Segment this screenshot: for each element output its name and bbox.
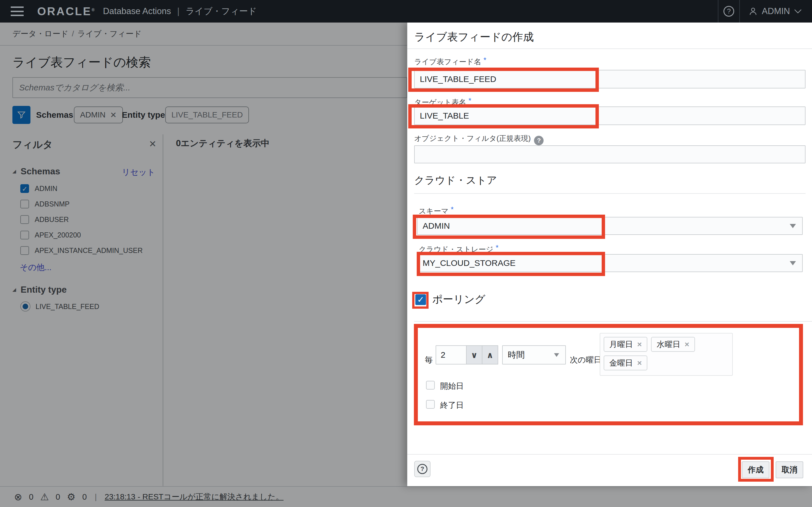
end-date-checkbox[interactable]: [426, 400, 435, 409]
days-chip-container: 月曜日× 水曜日× 金曜日×: [600, 333, 733, 376]
polling-checkbox-checked[interactable]: ✓: [415, 294, 426, 305]
user-name: ADMIN: [762, 6, 790, 16]
chevron-down-icon: [794, 9, 802, 14]
dropdown-caret-icon: [790, 261, 796, 265]
interval-number-input[interactable]: [436, 345, 467, 364]
target-table-label: ターゲット表名*: [414, 96, 471, 107]
oracle-logo: ORACLE®: [37, 5, 96, 18]
hamburger-menu-icon[interactable]: [11, 6, 24, 16]
stepper-down-button[interactable]: ∨: [467, 345, 483, 364]
dropdown-caret-icon: [554, 353, 559, 357]
user-menu[interactable]: ADMIN: [740, 6, 812, 16]
day-chip[interactable]: 月曜日×: [604, 337, 647, 352]
required-asterisk: *: [468, 96, 471, 105]
feed-name-label: ライブ表フィード名*: [414, 56, 486, 67]
required-asterisk: *: [451, 205, 454, 214]
polling-label: ポーリング: [432, 292, 485, 306]
required-asterisk: *: [484, 56, 486, 64]
schema-select-value: ADMIN: [423, 221, 450, 231]
object-filter-help-icon[interactable]: ?: [534, 136, 544, 145]
schema-select[interactable]: ADMIN: [417, 217, 803, 235]
dropdown-caret-icon: [790, 224, 796, 228]
days-of-week-label: 次の曜日: [570, 350, 602, 370]
dialog-divider: [407, 48, 812, 49]
cloud-storage-select-value: MY_CLOUD_STORAGE: [423, 258, 516, 268]
object-filter-label: オブジェクト・フィルタ(正規表現)?: [414, 133, 544, 145]
interval-unit-select[interactable]: 時間: [502, 345, 566, 364]
start-date-checkbox[interactable]: [426, 381, 435, 390]
target-table-input[interactable]: [414, 107, 806, 125]
cloud-store-section-title: クラウド・ストア: [414, 173, 497, 187]
cloud-storage-select[interactable]: MY_CLOUD_STORAGE: [417, 254, 803, 272]
user-icon: [748, 6, 758, 16]
chip-close-icon[interactable]: ×: [637, 358, 642, 368]
schema-label: スキーマ*: [419, 205, 454, 216]
start-date-label: 開始日: [440, 381, 464, 392]
create-button[interactable]: 作成: [742, 461, 769, 478]
chip-close-icon[interactable]: ×: [684, 340, 689, 349]
cancel-button[interactable]: 取消: [776, 461, 803, 478]
create-live-feed-dialog: ライブ表フィードの作成 ライブ表フィード名* ターゲット表名* オブジェクト・フ…: [407, 22, 812, 486]
help-icon: ?: [417, 464, 427, 474]
help-button[interactable]: ?: [718, 0, 739, 22]
polling-divider: [414, 321, 812, 322]
footer-divider: [407, 454, 812, 455]
object-filter-input[interactable]: [414, 145, 806, 163]
chip-close-icon[interactable]: ×: [637, 340, 642, 349]
header-page-title: ライブ・フィード: [186, 5, 257, 17]
required-asterisk: *: [496, 243, 499, 252]
stepper-up-button[interactable]: ∧: [483, 345, 498, 364]
dialog-title: ライブ表フィードの作成: [414, 30, 534, 44]
dialog-help-button[interactable]: ?: [414, 461, 430, 477]
app-header: ORACLE® Database Actions | ライブ・フィード ? AD…: [0, 0, 812, 22]
feed-name-input[interactable]: [414, 70, 806, 89]
header-divider: |: [177, 6, 179, 16]
help-icon: ?: [723, 6, 734, 17]
end-date-label: 終了日: [440, 400, 464, 411]
day-chip[interactable]: 水曜日×: [651, 337, 695, 352]
every-label: 毎: [425, 350, 433, 370]
cloud-storage-label: クラウド・ストレージ*: [419, 243, 499, 255]
section-divider: [414, 193, 806, 194]
product-name: Database Actions: [103, 6, 171, 16]
day-chip[interactable]: 金曜日×: [604, 355, 647, 371]
interval-unit-value: 時間: [508, 349, 525, 361]
